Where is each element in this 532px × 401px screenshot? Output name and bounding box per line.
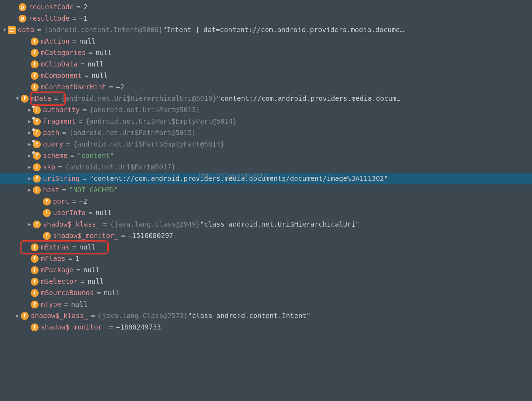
variable-row[interactable]: fmExtras=null xyxy=(0,242,532,253)
variable-row[interactable]: fmPackage=null xyxy=(0,264,532,276)
parameter-icon: p xyxy=(19,15,26,23)
field-icon: f xyxy=(31,289,39,297)
equals-sign: = xyxy=(89,47,93,58)
field-icon: f xyxy=(31,49,39,57)
field-icon: f xyxy=(31,243,39,251)
equals-sign: = xyxy=(91,310,95,321)
equals-sign: = xyxy=(66,139,70,150)
variable-name: mClipData xyxy=(41,59,78,70)
variable-value: "content" xyxy=(77,150,114,161)
variable-row[interactable]: fmSelector=null xyxy=(0,276,532,287)
variable-name: mContentUserHint xyxy=(41,81,106,93)
variable-name: mExtras xyxy=(41,242,69,253)
equals-sign: = xyxy=(72,196,76,207)
variable-row[interactable]: ▶fhost="NOT CACHED" xyxy=(0,184,532,196)
variable-row[interactable]: fshadow$_monitor_=–1516080297 xyxy=(0,230,532,242)
type-info: {android.content.Intent@5006} xyxy=(44,24,163,35)
variable-row[interactable]: ▶fshadow$_klass_={java.lang.Class@2949} … xyxy=(0,219,532,230)
variable-row[interactable]: fmClipData=null xyxy=(0,59,532,70)
variable-name: mFlags xyxy=(41,253,65,264)
field-icon: f xyxy=(33,118,41,125)
parameter-icon: p xyxy=(19,3,26,11)
variable-name: mData xyxy=(31,93,51,104)
field-icon: f xyxy=(33,106,41,114)
variable-row[interactable]: fport=–2 xyxy=(0,196,532,207)
variable-name: scheme xyxy=(43,150,68,161)
field-icon: f xyxy=(43,232,51,240)
variable-name: uriString xyxy=(43,173,80,184)
variable-name: mSelector xyxy=(41,276,78,287)
field-icon: f xyxy=(31,323,39,331)
variable-row[interactable]: fshadow$_monitor_=–1880249733 xyxy=(0,322,532,333)
variable-name: host xyxy=(43,184,59,195)
variable-name: shadow$_monitor_ xyxy=(53,230,118,241)
expand-arrow-icon[interactable]: ▶ xyxy=(26,186,33,194)
variable-row[interactable]: ▶fpath={android.net.Uri$PathPart@5015} xyxy=(0,127,532,139)
equals-sign: = xyxy=(77,264,80,276)
equals-sign: = xyxy=(68,253,72,264)
field-icon: f xyxy=(33,129,41,137)
expand-arrow-icon[interactable]: ▶ xyxy=(26,220,33,228)
equals-sign: = xyxy=(80,59,84,70)
variable-name: ssp xyxy=(43,162,55,173)
variable-row[interactable]: fmSourceBounds=null xyxy=(0,287,532,299)
equals-sign: = xyxy=(70,150,74,161)
variable-value: null xyxy=(79,36,96,47)
variable-row[interactable]: ▶ffragment={android.net.Uri$Part$EmptyPa… xyxy=(0,116,532,127)
equals-sign: = xyxy=(64,299,68,310)
equals-sign: = xyxy=(103,219,107,230)
variable-row[interactable]: ▼data={android.content.Intent@5006} "Int… xyxy=(0,24,532,36)
equals-sign: = xyxy=(72,36,76,47)
type-info: {android.net.Uri$Part@5013} xyxy=(89,104,200,115)
expand-arrow-icon[interactable]: ▶ xyxy=(26,174,33,183)
variable-value: null xyxy=(87,59,104,70)
variable-value: null xyxy=(71,299,88,310)
type-info: {android.net.Uri$Part$EmptyPart@5014} xyxy=(85,116,237,127)
expand-arrow-icon[interactable]: ▶ xyxy=(14,312,21,320)
collapse-arrow-icon[interactable]: ▼ xyxy=(1,26,8,34)
variable-row[interactable]: ▶fshadow$_klass_={java.lang.Class@2572} … xyxy=(0,310,532,322)
variable-row[interactable]: ▶fauthority={android.net.Uri$Part@5013} xyxy=(0,104,532,116)
equals-sign: = xyxy=(109,322,113,333)
variable-name: mComponent xyxy=(41,70,82,81)
equals-sign: = xyxy=(89,207,93,218)
equals-sign: = xyxy=(83,104,87,115)
expand-arrow-icon[interactable]: ▶ xyxy=(26,163,33,171)
variable-row[interactable]: fuserInfo=null xyxy=(0,207,532,219)
equals-sign: = xyxy=(121,230,125,241)
variable-row[interactable]: ▶fscheme="content" xyxy=(0,150,532,162)
variable-value: null xyxy=(95,207,112,218)
variable-row[interactable]: presultCode=–1 xyxy=(0,13,532,24)
equals-sign: = xyxy=(97,287,101,298)
variable-row[interactable]: prequestCode=2 xyxy=(0,1,532,13)
equals-sign: = xyxy=(37,24,41,35)
variable-value: –1880249733 xyxy=(116,322,161,333)
variable-row[interactable]: ▼fmData={android.net.Uri$HierarchicalUri… xyxy=(0,93,532,104)
field-icon: f xyxy=(31,38,39,45)
variable-row[interactable]: fmContentUserHint=–2 xyxy=(0,81,532,93)
field-icon: f xyxy=(21,312,29,320)
variable-name: mType xyxy=(41,299,61,310)
variable-row[interactable]: fmCategories=null xyxy=(0,47,532,59)
equals-sign: = xyxy=(80,276,84,287)
field-icon: f xyxy=(33,221,41,228)
field-icon: f xyxy=(31,72,39,80)
field-icon: f xyxy=(33,152,41,160)
variable-row[interactable]: ▶fquery={android.net.Uri$Part$EmptyPart@… xyxy=(0,139,532,150)
variable-name: path xyxy=(43,127,59,138)
equals-sign: = xyxy=(72,242,76,253)
variable-name: authority xyxy=(43,104,80,115)
variable-name: query xyxy=(43,139,63,150)
field-icon: f xyxy=(33,140,41,148)
variable-row[interactable]: fmAction=null xyxy=(0,36,532,47)
variable-name: shadow$_monitor_ xyxy=(41,322,106,333)
variable-row[interactable]: fmFlags=1 xyxy=(0,253,532,264)
equals-sign: = xyxy=(62,127,66,138)
variable-name: mSourceBounds xyxy=(41,287,94,298)
variable-row[interactable]: fmComponent=null xyxy=(0,70,532,81)
field-icon: f xyxy=(33,175,41,183)
variable-row[interactable]: fmType=null xyxy=(0,299,532,310)
equals-sign: = xyxy=(72,13,76,24)
variable-tree[interactable]: prequestCode=2presultCode=–1▼data={andro… xyxy=(0,0,532,340)
collapse-arrow-icon[interactable]: ▼ xyxy=(14,94,21,103)
